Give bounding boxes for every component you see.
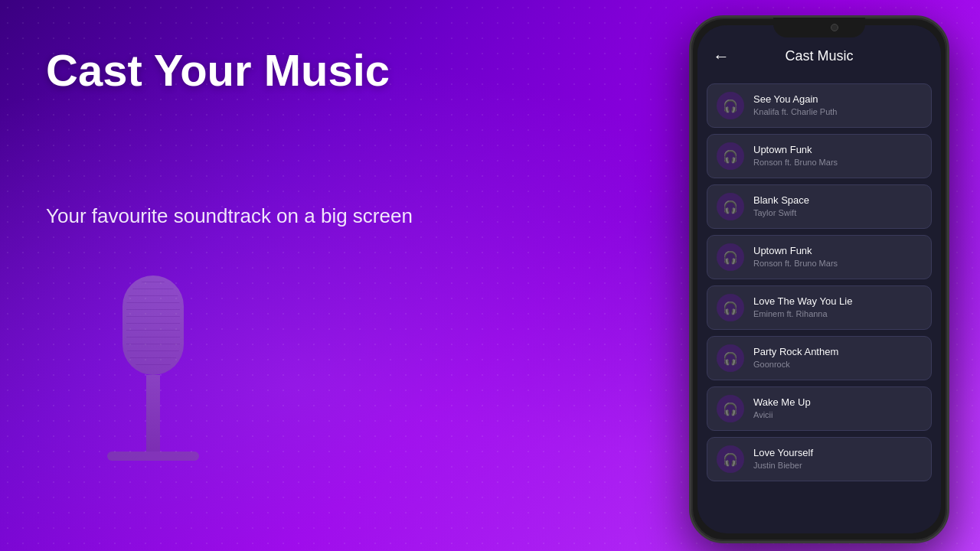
song-title: Uptown Funk	[753, 245, 922, 258]
song-info: Love The Way You Lie Eminem ft. Rihanna	[753, 295, 922, 319]
song-item[interactable]: 🎧 Uptown Funk Ronson ft. Bruno Mars	[707, 134, 932, 178]
back-button[interactable]: ←	[713, 47, 730, 67]
song-item[interactable]: 🎧 Blank Space Taylor Swift	[707, 184, 932, 229]
app-screen-title: Cast Music	[785, 48, 853, 64]
song-item[interactable]: 🎧 Love Yourself Justin Bieber	[707, 437, 932, 481]
song-title: See You Again	[753, 93, 922, 106]
song-info: Uptown Funk Ronson ft. Bruno Mars	[753, 144, 922, 168]
phone-camera	[831, 24, 838, 31]
headphone-icon: 🎧	[723, 301, 738, 315]
song-item[interactable]: 🎧 Wake Me Up Avicii	[707, 386, 932, 431]
phone-screen: ← Cast Music 🎧 See You Again Knalifa ft.…	[697, 25, 941, 533]
song-icon: 🎧	[717, 344, 744, 372]
song-item[interactable]: 🎧 Uptown Funk Ronson ft. Bruno Mars	[707, 235, 932, 279]
song-title: Blank Space	[753, 194, 922, 207]
song-title: Love The Way You Lie	[753, 295, 922, 308]
subtitle: Your favourite soundtrack on a big scree…	[46, 202, 413, 230]
song-info: Love Yourself Justin Bieber	[753, 447, 922, 471]
song-artist: Ronson ft. Bruno Mars	[753, 157, 922, 168]
song-artist: Taylor Swift	[753, 207, 922, 218]
song-artist: Justin Bieber	[753, 460, 922, 471]
headphone-icon: 🎧	[723, 402, 738, 416]
song-icon: 🎧	[717, 445, 744, 473]
song-artist: Goonrock	[753, 359, 922, 370]
song-title: Love Yourself	[753, 447, 922, 460]
song-icon: 🎧	[717, 193, 744, 220]
phone-notch	[773, 18, 865, 37]
song-info: Blank Space Taylor Swift	[753, 194, 922, 218]
phone-mockup: ← Cast Music 🎧 See You Again Knalifa ft.…	[689, 15, 949, 543]
song-item[interactable]: 🎧 Love The Way You Lie Eminem ft. Rihann…	[707, 285, 932, 330]
song-icon: 🎧	[717, 142, 744, 170]
left-content: Cast Your Music Your favourite soundtrac…	[0, 0, 574, 551]
song-title: Party Rock Anthem	[753, 346, 922, 359]
headphone-icon: 🎧	[723, 200, 738, 214]
song-list: 🎧 See You Again Knalifa ft. Charlie Puth…	[697, 76, 941, 523]
headphone-icon: 🎧	[723, 99, 738, 113]
song-artist: Ronson ft. Bruno Mars	[753, 258, 922, 269]
headphone-icon: 🎧	[723, 452, 738, 467]
song-icon: 🎧	[717, 92, 744, 119]
song-artist: Avicii	[753, 409, 922, 420]
song-icon: 🎧	[717, 243, 744, 271]
song-title: Wake Me Up	[753, 396, 922, 409]
song-info: Uptown Funk Ronson ft. Bruno Mars	[753, 245, 922, 269]
song-item[interactable]: 🎧 See You Again Knalifa ft. Charlie Puth	[707, 83, 932, 128]
phone-outer: ← Cast Music 🎧 See You Again Knalifa ft.…	[689, 15, 949, 543]
song-artist: Knalifa ft. Charlie Puth	[753, 106, 922, 117]
song-info: See You Again Knalifa ft. Charlie Puth	[753, 93, 922, 117]
song-info: Party Rock Anthem Goonrock	[753, 346, 922, 370]
main-title: Cast Your Music	[46, 46, 528, 95]
headphone-icon: 🎧	[723, 250, 738, 265]
song-info: Wake Me Up Avicii	[753, 396, 922, 420]
song-item[interactable]: 🎧 Party Rock Anthem Goonrock	[707, 336, 932, 380]
headphone-icon: 🎧	[723, 351, 738, 366]
song-artist: Eminem ft. Rihanna	[753, 308, 922, 319]
headphone-icon: 🎧	[723, 149, 738, 164]
song-icon: 🎧	[717, 395, 744, 422]
song-icon: 🎧	[717, 294, 744, 321]
song-title: Uptown Funk	[753, 144, 922, 157]
